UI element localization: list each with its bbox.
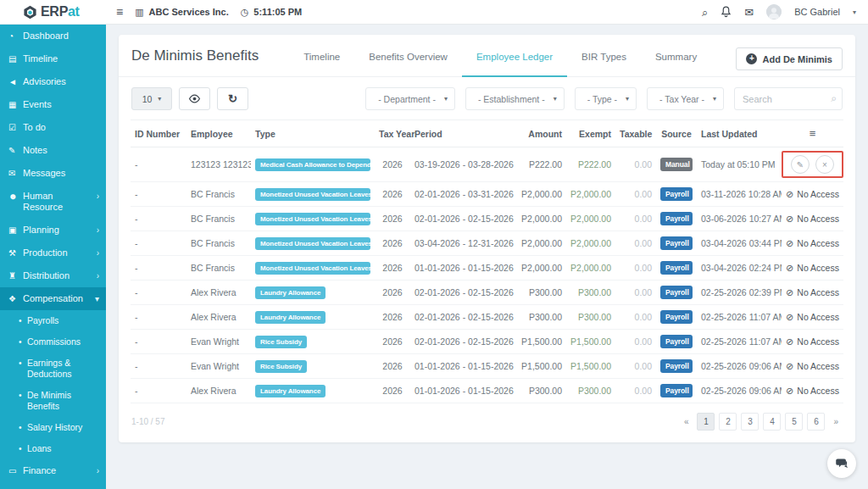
- pagination-page-6[interactable]: 6: [807, 413, 825, 431]
- tab-employee-ledger[interactable]: Employee Ledger: [462, 47, 567, 77]
- cell-exempt: P2,000.00: [566, 231, 615, 256]
- pagination-next[interactable]: »: [829, 417, 843, 426]
- cell-employee: Evan Wright: [186, 354, 251, 379]
- delete-button[interactable]: ×: [815, 155, 834, 174]
- no-access-status: ⊘No Access: [786, 336, 839, 347]
- sidebar-subitem-de-minimis-benefits[interactable]: •De Minimis Benefits: [0, 385, 106, 417]
- column-menu-icon[interactable]: ≡: [782, 120, 843, 147]
- source-badge: Payroll: [660, 261, 693, 275]
- cell-taxable: 0.00: [615, 182, 656, 207]
- page-title: De Minimis Benefits: [131, 47, 259, 76]
- search-field: ⌕: [734, 87, 843, 110]
- sidebar-item-distribution[interactable]: ♜Distribution›: [0, 264, 106, 287]
- chevron-right-icon: ›: [97, 191, 99, 202]
- todo-icon: ☑: [8, 122, 23, 133]
- sidebar-item-label: Finance: [23, 465, 94, 476]
- tab-summary[interactable]: Summary: [641, 47, 711, 76]
- sidebar-item-logistics[interactable]: ➤Logistics›: [0, 482, 106, 489]
- filter-select-department[interactable]: - Department -▾: [365, 87, 455, 110]
- filter-select-tax-year[interactable]: - Tax Year -▾: [647, 87, 724, 110]
- edit-button[interactable]: ✎: [791, 155, 810, 174]
- cell-actions: ⊘No Access: [782, 281, 843, 305]
- user-menu[interactable]: BC Gabriel: [794, 7, 840, 17]
- sidebar-subitem-commissions[interactable]: •Commissions: [0, 331, 106, 353]
- sidebar-item-human-resource[interactable]: ☻Human Resource›: [0, 185, 106, 219]
- erpat-logo[interactable]: ERPat: [0, 4, 106, 19]
- logo-text: ERPat: [41, 4, 80, 19]
- refresh-icon: ↻: [228, 92, 237, 105]
- column-header-amount: Amount: [514, 120, 566, 147]
- cell-employee: 123123 123123: [186, 147, 251, 182]
- compensation-icon: ❖: [8, 293, 23, 304]
- tab-timeline[interactable]: Timeline: [289, 47, 354, 76]
- sidebar-item-label: Notes: [23, 145, 99, 156]
- company-selector[interactable]: ▥ ABC Services Inc.: [135, 7, 229, 17]
- sidebar-item-advisories[interactable]: ◄Advisories: [0, 70, 106, 93]
- refresh-button[interactable]: ↻: [217, 87, 248, 110]
- sidebar-item-dashboard[interactable]: ◔Dashboard: [0, 25, 106, 47]
- filter-select-type[interactable]: - Type -▾: [575, 87, 637, 110]
- sidebar-item-finance[interactable]: ▭Finance›: [0, 459, 106, 482]
- cell-actions: ⊘No Access: [782, 305, 843, 330]
- column-label: ID Number: [135, 129, 180, 139]
- sidebar-item-messages[interactable]: ✉Messages: [0, 162, 106, 185]
- sidebar-item-notes[interactable]: ✎Notes: [0, 139, 106, 162]
- chevron-down-icon[interactable]: ▾: [853, 8, 856, 16]
- cell-type: Monetized Unused Vacation Leaves: [251, 207, 375, 231]
- avatar[interactable]: [766, 4, 782, 19]
- bell-icon[interactable]: [721, 6, 732, 18]
- eye-icon: [188, 94, 201, 103]
- sidebar-subitem-salary-history[interactable]: •Salary History: [0, 417, 106, 438]
- sidebar-item-compensation[interactable]: ❖Compensation▾: [0, 287, 106, 310]
- pagination-page-1[interactable]: 1: [697, 413, 715, 431]
- pagination: «123456»: [680, 413, 843, 431]
- sidebar-item-timeline[interactable]: ▤Timeline: [0, 47, 106, 70]
- no-access-status: ⊘No Access: [786, 214, 839, 225]
- column-header-id-number[interactable]: ID Number▲: [131, 120, 186, 147]
- source-badge: Payroll: [660, 187, 693, 201]
- cell-tax-year: 2026: [375, 281, 410, 305]
- cell-period: 02-01-2026 - 02-15-2026: [410, 305, 514, 330]
- sidebar-item-label: To do: [23, 122, 99, 133]
- tab-benefits-overview[interactable]: Benefits Overview: [354, 47, 462, 76]
- column-visibility-button[interactable]: [179, 87, 210, 110]
- sidebar-subitem-payrolls[interactable]: •Payrolls: [0, 310, 106, 331]
- column-header-tax-year: Tax Year: [375, 120, 410, 147]
- sidebar-subitem-earnings-deductions[interactable]: •Earnings & Deductions: [0, 353, 106, 385]
- no-access-status: ⊘No Access: [786, 287, 839, 298]
- tab-bir-types[interactable]: BIR Types: [567, 47, 641, 76]
- column-label: Last Updated: [701, 129, 758, 139]
- sidebar-item-production[interactable]: ⚒Production›: [0, 242, 106, 264]
- cell-employee: Evan Wright: [186, 330, 251, 354]
- pagination-page-5[interactable]: 5: [785, 413, 803, 431]
- column-header-last-updated: Last Updated: [697, 120, 782, 147]
- search-icon[interactable]: ⌕: [702, 7, 708, 18]
- add-de-minimis-button[interactable]: + Add De Minimis: [736, 47, 843, 70]
- table-container: ID Number▲EmployeeTypeTax YearPeriodAmou…: [119, 119, 855, 403]
- cell-employee: BC Francis: [186, 231, 251, 256]
- pagination-page-3[interactable]: 3: [741, 413, 759, 431]
- sidebar-subitem-label: Payrolls: [27, 315, 58, 326]
- no-access-label: No Access: [797, 189, 839, 199]
- pagination-prev[interactable]: «: [680, 417, 693, 426]
- search-input[interactable]: [734, 87, 843, 110]
- cell-source: Payroll: [656, 231, 697, 256]
- chevron-right-icon: ›: [97, 225, 99, 236]
- cell-exempt: P222.00: [566, 147, 615, 182]
- pagination-page-2[interactable]: 2: [719, 413, 737, 431]
- mail-icon[interactable]: ✉: [744, 7, 754, 18]
- page-size-select[interactable]: 10 ▾: [131, 87, 172, 110]
- sidebar-item-events[interactable]: ▦Events: [0, 93, 106, 116]
- chat-fab-button[interactable]: [827, 449, 856, 478]
- filter-select-establishment[interactable]: - Establishment -▾: [465, 87, 565, 110]
- sidebar-item-to-do[interactable]: ☑To do: [0, 116, 106, 139]
- sidebar-toggle-icon[interactable]: ≡: [116, 6, 123, 18]
- bullet-icon: •: [19, 422, 27, 433]
- cell-taxable: 0.00: [615, 147, 656, 182]
- column-label: Type: [255, 129, 275, 139]
- sidebar-item-planning[interactable]: ▣Planning›: [0, 219, 106, 242]
- sidebar-subitem-loans[interactable]: •Loans: [0, 438, 106, 459]
- pagination-page-4[interactable]: 4: [763, 413, 781, 431]
- no-access-status: ⊘No Access: [786, 238, 839, 249]
- type-badge: Laundry Allowance: [255, 385, 326, 397]
